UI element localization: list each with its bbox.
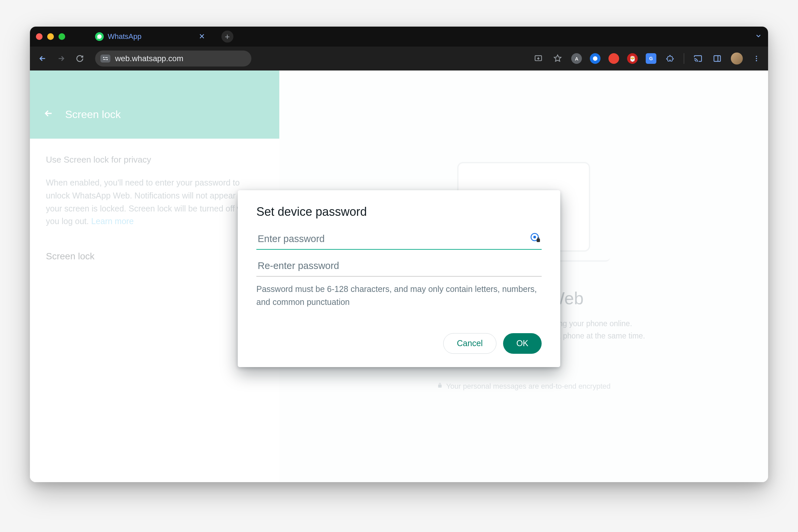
extensions-puzzle-icon[interactable] [664,53,676,64]
browser-window: WhatsApp ✕ + web.whatsapp.com [30,26,768,482]
modal-title: Set device password [256,205,542,219]
window-maximize-button[interactable] [58,33,65,40]
screen-lock-toggle-row: Screen lock [46,251,263,262]
nav-forward-button[interactable] [55,52,68,65]
lock-icon [437,382,443,390]
svg-rect-1 [105,57,108,58]
url-text: web.whatsapp.com [115,54,183,63]
browser-tab[interactable]: WhatsApp ✕ [89,29,211,44]
toggle-label: Screen lock [46,251,94,262]
password-input-row [256,229,542,250]
svg-point-10 [756,60,757,61]
window-close-button[interactable] [36,33,42,40]
ok-button[interactable]: OK [503,333,542,354]
cast-icon[interactable] [692,53,704,64]
sidebar-header: Screen lock [30,71,279,139]
cancel-button[interactable]: Cancel [443,333,496,354]
password-hint: Password must be 6-128 characters, and m… [256,283,542,308]
extension-icon-2[interactable] [590,53,601,64]
toolbar-right: ᴀ 🎅 G [533,53,762,64]
modal-actions: Cancel OK [256,333,542,354]
svg-point-5 [593,56,597,61]
sidebar-description: When enabled, you'll need to enter your … [46,176,263,228]
install-app-icon[interactable] [533,53,544,64]
window-minimize-button[interactable] [47,33,54,40]
confirm-password-input[interactable] [256,256,542,277]
new-tab-button[interactable]: + [222,31,233,42]
traffic-lights [36,33,65,40]
svg-rect-6 [714,56,721,61]
side-panel-icon[interactable] [711,53,723,64]
extension-icon-1[interactable]: ᴀ [571,53,582,64]
set-password-modal: Set device password Password must be 6-1… [238,190,560,367]
titlebar: WhatsApp ✕ + [30,26,768,46]
password-manager-icon[interactable] [530,233,540,243]
whatsapp-favicon-icon [95,32,104,41]
extension-icon-4[interactable]: 🎅 [627,53,638,64]
encryption-footer: Your personal messages are end-to-end en… [437,382,611,391]
tabs-dropdown-icon[interactable] [755,32,762,41]
svg-point-9 [756,58,757,59]
tab-close-icon[interactable]: ✕ [199,32,205,41]
back-arrow-icon[interactable] [43,108,54,122]
divider [684,53,684,64]
confirm-password-input-row [256,256,542,277]
svg-point-12 [533,236,536,239]
sidebar-title: Screen lock [65,108,121,121]
nav-back-button[interactable] [36,52,49,65]
reload-button[interactable] [73,52,87,65]
sidebar-heading: Use Screen lock for privacy [46,155,263,165]
extension-icon-3[interactable] [608,53,619,64]
bookmark-star-icon[interactable] [552,53,563,64]
encryption-text: Your personal messages are end-to-end en… [446,382,611,391]
page-content: Screen lock Use Screen lock for privacy … [30,71,768,482]
svg-point-0 [103,57,104,58]
learn-more-link[interactable]: Learn more [91,216,134,226]
site-settings-icon[interactable] [100,55,110,62]
address-bar[interactable]: web.whatsapp.com [95,51,251,66]
browser-menu-icon[interactable] [751,53,762,64]
extension-icon-5[interactable]: G [646,53,657,64]
password-input[interactable] [256,229,542,250]
svg-point-8 [756,56,757,57]
profile-avatar[interactable] [731,53,743,64]
browser-toolbar: web.whatsapp.com ᴀ 🎅 G [30,46,768,71]
svg-rect-3 [103,59,106,60]
svg-point-2 [107,59,108,60]
tab-title: WhatsApp [108,32,141,41]
